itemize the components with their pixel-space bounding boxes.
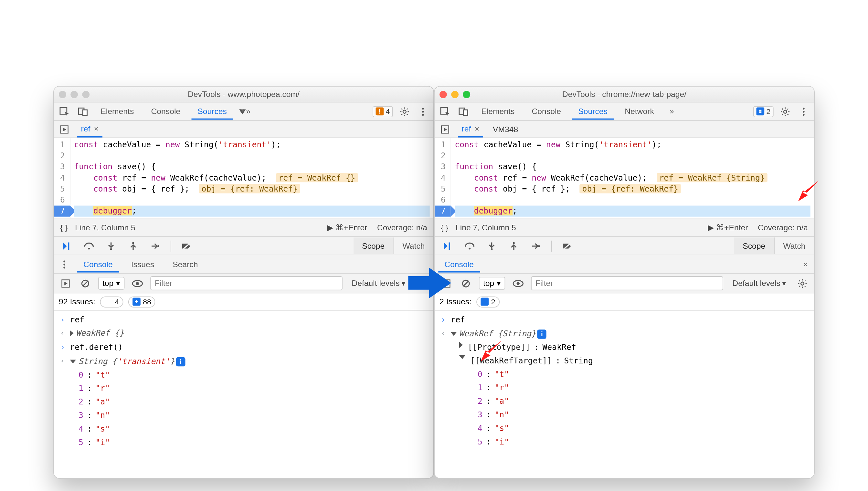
device-toggle-icon[interactable] (76, 105, 89, 118)
tab-elements[interactable]: Elements (475, 103, 521, 119)
issues-summary[interactable]: 92 Issues: 4 88 (54, 293, 433, 311)
drawer-tab-console[interactable]: Console (77, 256, 119, 272)
more-tabs-icon[interactable]: » (238, 105, 251, 118)
issues-info-pill[interactable]: 2 (476, 296, 500, 307)
live-expression-icon[interactable] (511, 277, 525, 290)
tab-sources[interactable]: Sources (191, 103, 233, 119)
triangle-down-icon[interactable] (70, 359, 76, 363)
deactivate-breakpoints-icon[interactable] (560, 239, 574, 253)
property-row[interactable]: 4: "s" (435, 422, 814, 435)
gear-icon[interactable] (795, 277, 809, 290)
info-icon[interactable]: i (537, 329, 547, 339)
titlebar[interactable]: DevTools - www.photopea.com/ (54, 87, 433, 103)
tab-elements[interactable]: Elements (94, 103, 140, 119)
kebab-icon[interactable] (58, 257, 71, 271)
step-out-icon[interactable] (127, 239, 140, 253)
property-row[interactable]: 5: "i" (435, 435, 814, 449)
code-lines[interactable]: const cacheValue = new String('transient… (451, 138, 814, 218)
coverage-label[interactable]: Coverage: n/a (758, 223, 808, 232)
more-tabs-icon[interactable]: » (665, 105, 679, 118)
step-icon[interactable] (149, 239, 162, 253)
code-editor[interactable]: 123456 7 const cacheValue = new String('… (435, 138, 814, 219)
code-lines[interactable]: const cacheValue = new String('transient… (71, 138, 433, 218)
gear-icon[interactable] (398, 105, 411, 118)
coverage-label[interactable]: Coverage: n/a (377, 223, 427, 232)
levels-selector[interactable]: Default levels▾ (729, 277, 789, 290)
run-shortcut[interactable]: ▶ ⌘+Enter (327, 223, 367, 232)
triangle-down-icon[interactable] (459, 355, 465, 359)
property-row[interactable]: 3: "n" (54, 409, 433, 422)
titlebar[interactable]: DevTools - chrome://new-tab-page/ (435, 87, 814, 103)
issues-badge[interactable]: 2 (754, 106, 774, 117)
step-icon[interactable] (529, 239, 543, 253)
resume-icon[interactable] (60, 239, 74, 253)
close-icon[interactable]: × (475, 124, 479, 134)
tab-network[interactable]: Network (618, 103, 660, 119)
tab-sources[interactable]: Sources (572, 103, 614, 119)
step-out-icon[interactable] (507, 239, 521, 253)
property-row[interactable]: 3: "n" (435, 408, 814, 422)
console-output[interactable]: ›ref ‹WeakRef {} ›ref.deref() ‹String {'… (54, 311, 433, 478)
triangle-right-icon[interactable] (459, 342, 463, 348)
braces-icon[interactable]: { } (441, 223, 448, 232)
close-drawer-icon[interactable]: × (801, 257, 810, 271)
issues-badge[interactable]: 4 (373, 106, 393, 117)
run-snippet-icon[interactable] (438, 122, 452, 136)
property-row[interactable]: 5: "i" (54, 436, 433, 449)
levels-selector[interactable]: Default levels▾ (349, 277, 409, 290)
tab-scope[interactable]: Scope (734, 237, 775, 254)
tab-watch[interactable]: Watch (394, 237, 433, 254)
kebab-icon[interactable] (797, 105, 810, 118)
issues-summary[interactable]: 2 Issues: 2 (435, 293, 814, 311)
braces-icon[interactable]: { } (60, 223, 67, 232)
issues-warn-pill[interactable]: 4 (100, 296, 123, 307)
step-into-icon[interactable] (104, 239, 118, 253)
issues-info-pill[interactable]: 88 (128, 296, 156, 307)
tab-console[interactable]: Console (526, 103, 567, 119)
inspect-icon[interactable] (58, 105, 71, 118)
run-snippet-icon[interactable] (58, 122, 71, 136)
drawer-tab-issues[interactable]: Issues (125, 256, 160, 272)
property-row[interactable]: 0: "t" (435, 368, 814, 381)
property-row[interactable]: 0: "t" (54, 368, 433, 382)
clear-console-icon[interactable] (459, 277, 473, 290)
inspect-icon[interactable] (438, 105, 452, 118)
context-selector[interactable]: top▾ (98, 277, 125, 290)
file-tab-ref[interactable]: ref × (458, 121, 483, 137)
filter-input[interactable] (531, 276, 723, 290)
console-output-row[interactable]: ‹WeakRef {String} i (435, 326, 814, 341)
property-row[interactable]: 2: "a" (54, 395, 433, 409)
property-row[interactable]: 1: "r" (435, 381, 814, 395)
clear-console-icon[interactable] (79, 277, 92, 290)
kebab-icon[interactable] (416, 105, 430, 118)
tab-scope[interactable]: Scope (354, 237, 394, 254)
file-tab-ref[interactable]: ref × (77, 121, 102, 137)
step-into-icon[interactable] (485, 239, 499, 253)
console-output-row[interactable]: ‹String {'transient'} i (54, 354, 433, 368)
code-editor[interactable]: 123456 7 const cacheValue = new String('… (54, 138, 433, 219)
step-over-icon[interactable] (463, 239, 476, 253)
drawer-tab-search[interactable]: Search (166, 256, 204, 272)
context-selector[interactable]: top▾ (479, 277, 505, 290)
resume-icon[interactable] (441, 239, 454, 253)
live-expression-icon[interactable] (131, 277, 144, 290)
tab-watch[interactable]: Watch (775, 237, 814, 254)
close-icon[interactable]: × (94, 124, 99, 134)
triangle-down-icon[interactable] (450, 332, 457, 336)
property-row[interactable]: 1: "r" (54, 382, 433, 395)
property-row[interactable]: 2: "a" (435, 395, 814, 408)
run-snippet-icon[interactable] (59, 277, 73, 290)
console-output-row[interactable]: ‹WeakRef {} (54, 326, 433, 341)
gear-icon[interactable] (779, 105, 792, 118)
console-output[interactable]: ›ref ‹WeakRef {String} i [[Prototype]]: … (435, 311, 814, 478)
run-shortcut[interactable]: ▶ ⌘+Enter (708, 223, 748, 232)
property-row[interactable]: 4: "s" (54, 422, 433, 436)
triangle-right-icon[interactable] (70, 330, 73, 336)
deactivate-breakpoints-icon[interactable] (180, 239, 193, 253)
file-tab-vm[interactable]: VM348 (489, 121, 522, 137)
device-toggle-icon[interactable] (457, 105, 470, 118)
filter-input[interactable] (150, 276, 342, 290)
info-icon[interactable]: i (176, 357, 185, 366)
step-over-icon[interactable] (82, 239, 96, 253)
tab-console[interactable]: Console (145, 103, 187, 119)
